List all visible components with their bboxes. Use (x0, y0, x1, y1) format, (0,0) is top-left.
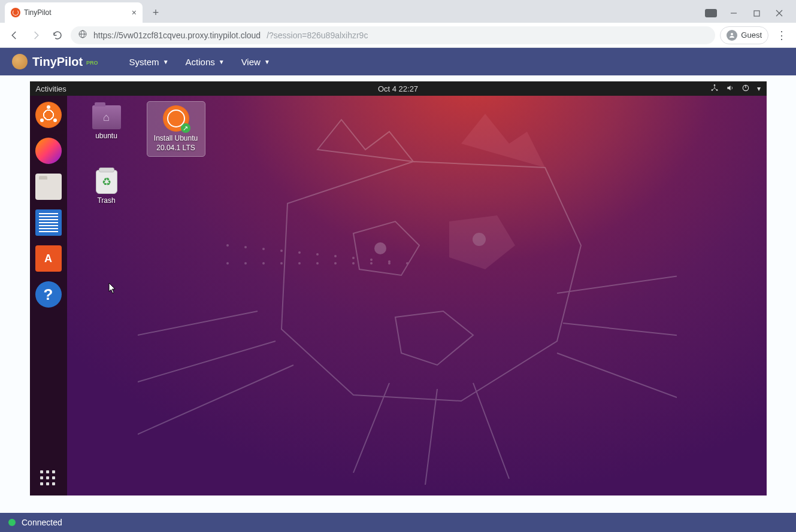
menu-view[interactable]: View ▼ (241, 57, 270, 67)
dock-ubuntu-software[interactable] (35, 245, 62, 272)
svg-point-18 (280, 250, 283, 252)
svg-point-7 (731, 33, 733, 35)
svg-rect-1 (754, 11, 759, 16)
back-button[interactable] (6, 27, 23, 44)
browser-menu-button[interactable]: ⋮ (773, 29, 790, 42)
window-controls (705, 7, 791, 19)
page-content: TinyPilot PRO System ▼ Actions ▼ View ▼ (0, 48, 796, 532)
svg-point-8 (713, 84, 715, 86)
ubuntu-dock: ? (30, 96, 67, 495)
svg-point-17 (262, 248, 265, 250)
site-info-icon[interactable] (78, 29, 87, 41)
activities-button[interactable]: Activities (36, 84, 66, 93)
mouse-cursor-icon (108, 282, 117, 294)
tinypilot-logo[interactable]: TinyPilot PRO (12, 54, 98, 69)
svg-point-30 (316, 262, 319, 265)
clock[interactable]: Oct 4 22:27 (378, 84, 418, 93)
power-icon[interactable] (741, 84, 750, 94)
desktop-icon-trash-label: Trash (97, 196, 115, 206)
svg-point-26 (244, 262, 247, 265)
maximize-button[interactable] (750, 7, 762, 19)
remote-screen[interactable]: Activities Oct 4 22:27 ▾ (30, 81, 767, 495)
svg-point-15 (226, 244, 229, 247)
dock-libreoffice-writer[interactable] (35, 209, 62, 236)
svg-point-19 (298, 251, 301, 254)
profile-label: Guest (741, 31, 762, 39)
ubuntu-topbar: Activities Oct 4 22:27 ▾ (30, 81, 767, 96)
dock-firefox[interactable] (35, 138, 62, 164)
browser-tab[interactable]: TinyPilot × (5, 2, 143, 23)
caret-down-icon: ▼ (163, 59, 169, 65)
svg-point-20 (316, 253, 319, 256)
svg-point-27 (262, 262, 265, 265)
minimize-button[interactable] (728, 7, 740, 19)
brand-name: TinyPilot (32, 55, 83, 69)
remote-screen-container: Activities Oct 4 22:27 ▾ (0, 75, 796, 513)
tab-close-icon[interactable]: × (132, 8, 137, 17)
logo-mark-icon (12, 54, 28, 69)
close-window-button[interactable] (773, 7, 785, 19)
new-tab-button[interactable]: + (147, 4, 164, 21)
svg-point-21 (334, 255, 337, 257)
menu-actions-label: Actions (186, 57, 215, 67)
avatar-icon (727, 30, 737, 41)
network-icon[interactable] (710, 84, 719, 94)
svg-point-32 (352, 262, 355, 265)
desktop-icon-home-label: ubuntu (95, 132, 117, 141)
svg-point-23 (370, 259, 373, 261)
address-bar[interactable]: https://5vw01zcf81cqveu.proxy.tinypilot.… (71, 26, 715, 44)
brand-suffix: PRO (86, 60, 98, 66)
url-host: https://5vw01zcf81cqveu.proxy.tinypilot.… (93, 31, 261, 40)
status-text: Connected (22, 518, 62, 527)
svg-point-34 (388, 262, 391, 265)
ubuntu-desktop[interactable]: ? ubuntu ↗ (30, 96, 767, 495)
desktop-icons: ubuntu ↗ Install Ubuntu 20.04.1 LTS Tras… (78, 102, 205, 156)
dock-show-applications[interactable] (35, 102, 62, 128)
url-path: /?session=826u89alxihzr9c (267, 31, 368, 40)
favicon-icon (11, 8, 20, 17)
menu-system-label: System (129, 57, 159, 67)
trash-icon (96, 170, 117, 194)
dock-help[interactable]: ? (35, 281, 62, 308)
shortcut-badge-icon: ↗ (181, 123, 190, 133)
menu-system[interactable]: System ▼ (129, 57, 169, 67)
tinypilot-statusbar: Connected (0, 513, 796, 532)
browser-window: TinyPilot × + (0, 0, 796, 532)
svg-point-13 (374, 242, 386, 254)
desktop-icon-home[interactable]: ubuntu (78, 102, 135, 156)
menu-actions[interactable]: Actions ▼ (186, 57, 225, 67)
svg-point-28 (280, 262, 283, 265)
svg-point-25 (226, 262, 229, 265)
ubuntu-installer-icon: ↗ (163, 105, 189, 132)
wallpaper-fossa (138, 114, 677, 485)
incognito-icon (705, 9, 717, 17)
svg-point-35 (406, 262, 408, 265)
svg-point-16 (244, 246, 247, 248)
tab-title: TinyPilot (24, 8, 52, 17)
desktop-icon-install-ubuntu[interactable]: ↗ Install Ubuntu 20.04.1 LTS (147, 102, 205, 156)
desktop-icon-install-label: Install Ubuntu 20.04.1 LTS (149, 134, 204, 153)
caret-down-icon: ▼ (264, 59, 270, 65)
chevron-down-icon[interactable]: ▾ (757, 84, 761, 93)
dock-app-grid[interactable] (40, 470, 57, 487)
caret-down-icon: ▼ (219, 59, 225, 65)
svg-point-31 (334, 262, 337, 265)
browser-tabstrip: TinyPilot × + (0, 0, 796, 23)
profile-button[interactable]: Guest (720, 26, 768, 44)
desktop-icon-trash[interactable]: Trash (78, 166, 135, 209)
folder-icon (92, 105, 121, 129)
tinypilot-header: TinyPilot PRO System ▼ Actions ▼ View ▼ (0, 48, 796, 75)
system-tray: ▾ (710, 84, 761, 94)
status-indicator-icon (8, 519, 16, 526)
svg-point-33 (370, 262, 373, 265)
volume-icon[interactable] (726, 84, 734, 94)
reload-button[interactable] (49, 27, 66, 44)
svg-point-29 (298, 262, 301, 265)
dock-files[interactable] (35, 174, 62, 200)
svg-point-22 (352, 257, 355, 259)
svg-point-14 (473, 233, 486, 246)
tinypilot-menu: System ▼ Actions ▼ View ▼ (129, 57, 270, 67)
browser-toolbar: https://5vw01zcf81cqveu.proxy.tinypilot.… (0, 23, 796, 48)
menu-view-label: View (241, 57, 261, 67)
forward-button[interactable] (28, 27, 44, 44)
